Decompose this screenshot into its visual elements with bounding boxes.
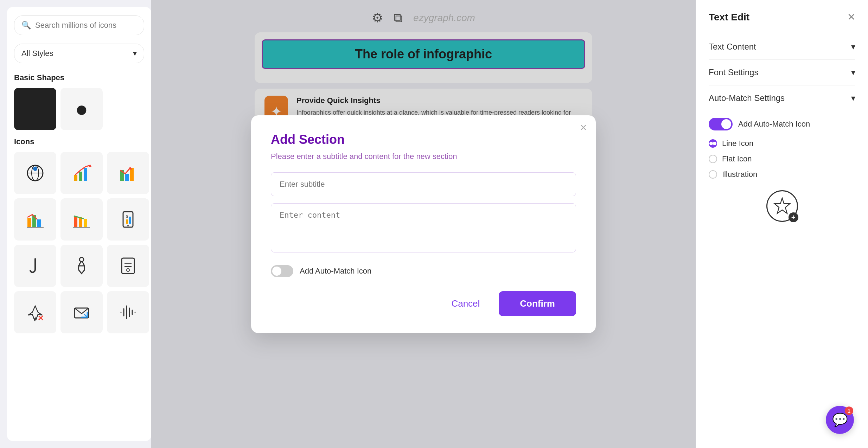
modal-close-button[interactable]: ✕ (580, 122, 587, 133)
automatch-toggle-switch[interactable] (709, 118, 733, 130)
auto-match-label: Add Auto-Match Icon (300, 267, 371, 276)
line-icon-radio[interactable]: Line Icon (709, 139, 855, 148)
modal-actions: Cancel Confirm (271, 291, 576, 316)
automatch-settings-chevron: ▾ (851, 93, 855, 103)
confirm-button[interactable]: Confirm (499, 291, 576, 316)
text-content-section: Text Content ▾ (709, 34, 855, 60)
svg-rect-6 (79, 172, 82, 181)
document-info-icon[interactable] (107, 245, 149, 287)
email-incoming-icon[interactable] (60, 291, 103, 333)
automatch-toggle-row: Add Auto-Match Icon (709, 118, 855, 130)
badge-icon: + (766, 190, 798, 222)
black-circle-shape[interactable]: ● (60, 88, 103, 130)
line-icon-label: Line Icon (722, 139, 753, 148)
modal-subtitle: Please enter a subtitle and content for … (271, 152, 576, 161)
modal-overlay: ✕ Add Section Please enter a subtitle an… (151, 0, 696, 448)
subtitle-input[interactable] (271, 172, 576, 196)
svg-text:0: 0 (126, 215, 128, 219)
chevron-down-icon: ▾ (133, 49, 137, 58)
modal-title: Add Section (271, 132, 576, 147)
text-content-header[interactable]: Text Content ▾ (709, 34, 855, 59)
line-icon-radio-circle (709, 139, 717, 148)
bar-chart-up-icon[interactable] (60, 152, 103, 194)
basic-shapes-grid: ● (14, 88, 144, 130)
illustration-radio-circle (709, 170, 717, 179)
font-settings-section: Font Settings ▾ (709, 60, 855, 85)
flight-cancel-icon[interactable] (14, 291, 56, 333)
svg-rect-15 (37, 219, 41, 227)
text-content-label: Text Content (709, 42, 756, 52)
svg-rect-7 (84, 168, 87, 181)
right-panel-close-button[interactable]: ✕ (847, 11, 855, 23)
content-input[interactable] (271, 203, 576, 252)
cancel-button[interactable]: Cancel (441, 291, 490, 316)
chat-bubble[interactable]: 💬 1 (826, 406, 854, 434)
style-dropdown[interactable]: All Styles ▾ (14, 44, 144, 63)
svg-marker-43 (774, 198, 790, 213)
badge-svg (773, 197, 791, 215)
right-panel-title: Text Edit (709, 12, 749, 23)
svg-rect-18 (79, 217, 82, 227)
bar-chart-down-icon[interactable] (60, 198, 103, 241)
svg-rect-23 (126, 219, 128, 224)
font-settings-label: Font Settings (709, 68, 758, 77)
icons-section-title: Icons (14, 137, 144, 146)
mobile-data-icon[interactable]: 0 (107, 198, 149, 241)
svg-point-22 (127, 225, 129, 226)
svg-rect-17 (74, 216, 77, 227)
icon-style-radio-group: Line Icon Flat Icon Illustration (709, 139, 855, 179)
flat-icon-label: Flat Icon (722, 154, 752, 164)
main-content: ⚙ ⧉ ezygraph.com The role of infographic… (151, 0, 696, 448)
svg-rect-11 (130, 168, 134, 181)
chat-badge: 1 (845, 407, 853, 415)
body-icon[interactable] (60, 245, 103, 287)
add-section-modal: ✕ Add Section Please enter a subtitle an… (251, 115, 596, 333)
chat-icon: 💬 (832, 412, 848, 427)
right-panel-header: Text Edit ✕ (709, 11, 855, 23)
automatch-settings-section: Auto-Match Settings ▾ Add Auto-Match Ico… (709, 85, 855, 229)
bar-chart-colored-icon[interactable] (107, 152, 149, 194)
right-panel: Text Edit ✕ Text Content ▾ Font Settings… (696, 0, 868, 448)
font-settings-chevron: ▾ (851, 68, 855, 77)
auto-match-toggle-row: Add Auto-Match Icon (271, 265, 576, 277)
svg-rect-10 (125, 174, 129, 181)
badge-plus-icon: + (789, 212, 798, 222)
illustration-label: Illustration (722, 170, 757, 179)
svg-rect-19 (84, 219, 87, 227)
auto-match-toggle[interactable] (271, 265, 293, 277)
search-icon: 🔍 (21, 21, 31, 30)
audio-wave-icon[interactable] (107, 291, 149, 333)
illustration-radio[interactable]: Illustration (709, 170, 855, 179)
svg-rect-5 (74, 175, 77, 181)
automatch-toggle-label: Add Auto-Match Icon (738, 120, 810, 129)
flat-icon-radio[interactable]: Flat Icon (709, 154, 855, 164)
svg-rect-13 (27, 218, 31, 227)
basic-shapes-title: Basic Shapes (14, 73, 144, 82)
style-dropdown-label: All Styles (21, 49, 53, 58)
hook-icon[interactable] (14, 245, 56, 287)
search-input[interactable] (35, 21, 137, 30)
automatch-settings-label: Auto-Match Settings (709, 93, 785, 103)
font-settings-header[interactable]: Font Settings ▾ (709, 60, 855, 85)
text-content-chevron: ▾ (851, 42, 855, 52)
left-sidebar: 🔍 All Styles ▾ Basic Shapes ● Icons (7, 7, 151, 441)
icons-grid: 0 (14, 152, 144, 333)
svg-rect-24 (129, 217, 131, 224)
flat-icon-radio-circle (709, 155, 717, 163)
automatch-content: Add Auto-Match Icon Line Icon Flat Icon … (709, 111, 855, 229)
search-box: 🔍 (14, 15, 144, 35)
globe-pin-icon[interactable] (14, 152, 56, 194)
black-square-shape[interactable] (14, 88, 56, 130)
automatch-settings-header[interactable]: Auto-Match Settings ▾ (709, 85, 855, 111)
bar-chart-mixed-icon[interactable] (14, 198, 56, 241)
